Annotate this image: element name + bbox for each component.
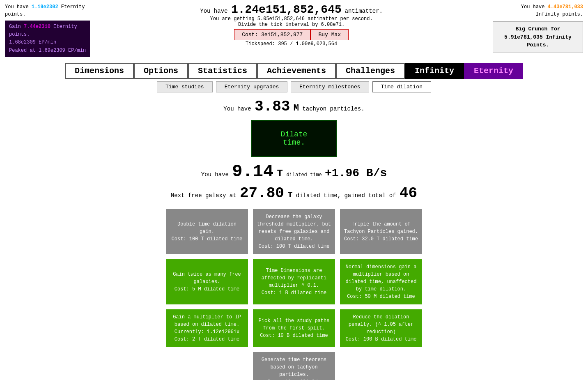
ng-unit: T (287, 190, 292, 200)
infinity-points-value: 4.43e781,033 (548, 4, 583, 10)
gain-prefix: Gain (9, 24, 24, 30)
antimatter-prefix: You have (200, 8, 231, 14)
upgrade-generate-time-theorems[interactable]: Generate time theorems based on tachyon … (253, 352, 335, 380)
dilated-time-label: dilated time (286, 172, 325, 178)
header-center: You have 1.24e151,852,645 antimatter. Yo… (90, 3, 493, 47)
header-left: You have 1.19e2302 Eternitypoints. Gain … (5, 3, 90, 57)
ng-prefix: Next free galaxy at (171, 192, 240, 199)
tab-dimensions[interactable]: Dimensions (65, 63, 134, 79)
tachyon-unit: M (294, 103, 299, 113)
ep-rate: 1.68e2309 EP/min (9, 39, 56, 45)
upgrade-reduce-dilation-penalty[interactable]: Reduce the dilation penalty. (^ 1.05 aft… (340, 309, 422, 347)
sub-nav: Time studies Eternity upgrades Eternity … (0, 81, 588, 92)
upgrade-grid: Double time dilation gain.Cost: 100 T di… (163, 209, 425, 380)
per-second: You are getting 5.05e151,852,646 antimat… (90, 16, 493, 22)
dilated-time-unit: T (277, 168, 283, 179)
cost-button[interactable]: Cost: 3e151,852,977 (234, 29, 310, 40)
antimatter-display: You have 1.24e151,852,645 antimatter. (90, 3, 493, 16)
big-crunch-box[interactable]: Big Crunch for 5.91e781,035 Infinity Poi… (493, 21, 583, 53)
gain-box: Gain 7.44e2310 Eternitypoints. 1.68e2309… (5, 21, 90, 57)
antimatter-suffix: antimatter. (345, 8, 383, 14)
upgrade-ip-multiplier[interactable]: Gain a multiplier to IP based on dilated… (166, 309, 248, 347)
buy-max-button[interactable]: Buy Max (310, 29, 349, 40)
eternity-points-value: 1.19e2302 (32, 4, 58, 10)
upgrade-double-dilation[interactable]: Double time dilation gain.Cost: 100 T di… (166, 209, 248, 254)
ng-mid: dilated time, gained total of (296, 192, 400, 199)
sub-tab-time-studies[interactable]: Time studies (157, 81, 213, 92)
tab-achievements[interactable]: Achievements (257, 63, 336, 79)
gain-value: 7.44e2310 (24, 24, 51, 30)
tachyon-prefix: You have (223, 106, 255, 112)
upgrade-replicanti-multiplier[interactable]: Time Dimensions are affected by replican… (253, 259, 335, 304)
big-crunch-label: Big Crunch for 5.91e781,035 Infinity Poi… (504, 26, 572, 48)
ep-peaked: Peaked at 1.69e2309 EP/min (9, 48, 86, 53)
ip-suffix: Infinity points. (536, 12, 583, 17)
tickspeed-display: Tickspeed: 395 / 1.00e9,023,564 (90, 41, 493, 47)
header-right: You have 4.43e781,033 Infinity points. B… (493, 3, 583, 53)
upgrade-pick-study-paths[interactable]: Pick all the study paths from the first … (253, 309, 335, 347)
tab-infinity[interactable]: Infinity (405, 63, 464, 79)
tachyon-value: 3.83 (255, 98, 290, 115)
dilate-time-button[interactable]: Dilate time. (251, 120, 337, 157)
dilated-time-value: 9.14 (232, 162, 273, 182)
ep-prefix: You have (5, 4, 32, 10)
main-content: You have 3.83 M tachyon particles. Dilat… (0, 98, 588, 380)
header: You have 1.19e2302 Eternitypoints. Gain … (0, 0, 588, 59)
dilated-time-rate: +1.96 B/s (325, 167, 387, 180)
ip-prefix: You have (521, 4, 548, 10)
antimatter-value: 1.24e151,852,645 (231, 3, 342, 16)
tab-challenges[interactable]: Challenges (336, 63, 405, 79)
next-galaxy-row: Next free galaxy at 27.80 T dilated time… (0, 185, 588, 202)
upgrade-triple-tachyon[interactable]: Triple the amount of Tachyon Particles g… (340, 209, 422, 254)
sub-tab-eternity-upgrades[interactable]: Eternity upgrades (216, 81, 288, 92)
nav-tabs: Dimensions Options Statistics Achievemen… (0, 63, 588, 79)
dt-prefix: You have (201, 171, 232, 178)
sub-tab-eternity-milestones[interactable]: Eternity milestones (291, 81, 369, 92)
dilated-time-row: You have 9.14 T dilated time +1.96 B/s (0, 162, 588, 182)
upgrade-decrease-galaxy-threshold[interactable]: Decrease the galaxy threshold multiplier… (253, 209, 335, 254)
upgrade-twice-free-galaxies[interactable]: Gain twice as many free galaxies.Cost: 5… (166, 259, 248, 304)
tachyon-label: You have 3.83 M tachyon particles. (0, 98, 588, 115)
upgrade-normal-dim-multiplier[interactable]: Normal dimensions gain a multiplier base… (340, 259, 422, 304)
tachyon-suffix: tachyon particles. (302, 106, 364, 112)
dilate-btn-container: Dilate time. (0, 120, 588, 157)
ng-total: 46 (400, 185, 417, 202)
eternity-points-display: You have 1.19e2302 Eternitypoints. (5, 3, 90, 18)
buy-row: Cost: 3e151,852,977 Buy Max (90, 29, 493, 40)
tab-statistics[interactable]: Statistics (188, 63, 257, 79)
ng-value: 27.80 (240, 185, 284, 202)
tab-options[interactable]: Options (134, 63, 188, 79)
tab-eternity[interactable]: Eternity (464, 63, 523, 79)
infinity-points-display: You have 4.43e781,033 Infinity points. (493, 3, 583, 18)
sub-tab-time-dilation[interactable]: Time dilation (372, 81, 431, 92)
tick-interval: Divide the tick interval by 6.08e71. (90, 22, 493, 28)
